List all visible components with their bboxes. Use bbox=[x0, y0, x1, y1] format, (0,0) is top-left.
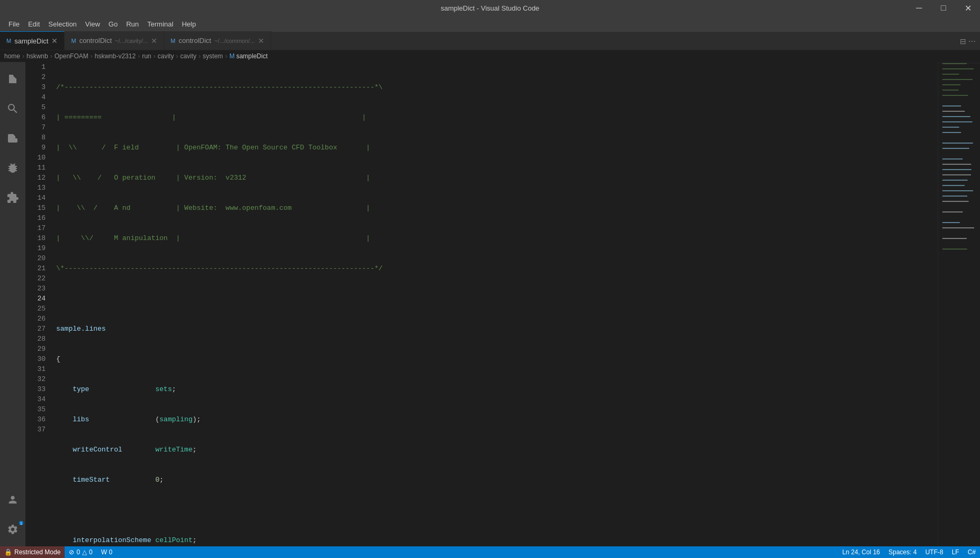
maximize-button[interactable]: □ bbox=[931, 0, 956, 16]
line-7: \*--------------------------------------… bbox=[56, 263, 938, 273]
breadcrumb-file-icon: M bbox=[229, 52, 235, 60]
menu-run[interactable]: Run bbox=[122, 18, 143, 30]
close-button[interactable]: ✕ bbox=[956, 0, 980, 16]
line-1: /*--------------------------------------… bbox=[56, 82, 938, 92]
language-label: C# bbox=[968, 548, 976, 556]
menu-file[interactable]: File bbox=[4, 18, 24, 30]
word-wrap-label: W 0 bbox=[101, 548, 112, 556]
line-6: | \\/ M anipulation | | bbox=[56, 233, 938, 243]
main-container: 1 12345 678910 1112131415 1617181920 212… bbox=[0, 62, 980, 546]
account-icon[interactable] bbox=[0, 487, 25, 512]
tab-subtitle-controlDict2: ~/.../common/... bbox=[215, 38, 255, 44]
minimap bbox=[938, 62, 980, 546]
tab-icon-controlDict2: M bbox=[171, 38, 175, 44]
breadcrumb-home[interactable]: home bbox=[4, 52, 20, 60]
line-11: type sets; bbox=[56, 384, 938, 394]
app-title: sampleDict - Visual Studio Code bbox=[441, 4, 539, 12]
line-13: writeControl writeTime; bbox=[56, 445, 938, 455]
line-9: sample.lines bbox=[56, 324, 938, 334]
tab-label-sampleDict: sampleDict bbox=[14, 37, 48, 45]
error-icon: ⊘ bbox=[69, 548, 74, 556]
encoding-item[interactable]: UTF-8 bbox=[921, 546, 948, 558]
status-bar-right: Ln 24, Col 16 Spaces: 4 UTF-8 LF C# bbox=[838, 546, 980, 558]
tab-actions: ⊟ ⋯ bbox=[956, 32, 980, 50]
window-controls: ─ □ ✕ bbox=[907, 0, 980, 16]
line-3: | \\ / F ield | OpenFOAM: The Open Sourc… bbox=[56, 143, 938, 153]
tab-bar: M sampleDict ✕ M controlDict ~/.../cavit… bbox=[0, 32, 980, 50]
warning-count: 0 bbox=[89, 548, 93, 556]
line-15 bbox=[56, 505, 938, 515]
status-bar-left: 🔒 Restricted Mode ⊘ 0 △ 0 W 0 bbox=[0, 546, 117, 558]
cursor-position-item[interactable]: Ln 24, Col 16 bbox=[838, 546, 884, 558]
line-ending-item[interactable]: LF bbox=[948, 546, 964, 558]
search-icon[interactable] bbox=[0, 96, 25, 121]
line-numbers: 12345 678910 1112131415 1617181920 21222… bbox=[25, 62, 52, 546]
menu-edit[interactable]: Edit bbox=[24, 18, 44, 30]
menu-view[interactable]: View bbox=[81, 18, 104, 30]
breadcrumb-cavity1[interactable]: cavity bbox=[157, 52, 174, 60]
restricted-mode-icon: 🔒 bbox=[4, 548, 12, 556]
settings-icon[interactable]: 1 bbox=[0, 517, 25, 542]
line-12: libs (sampling); bbox=[56, 414, 938, 424]
line-14: timeStart 0; bbox=[56, 475, 938, 485]
line-16: interpolationScheme cellPoint; bbox=[56, 535, 938, 545]
extensions-icon[interactable] bbox=[0, 185, 25, 210]
menu-go[interactable]: Go bbox=[104, 18, 122, 30]
errors-item[interactable]: ⊘ 0 △ 0 bbox=[65, 546, 96, 558]
breadcrumb-cavity2[interactable]: cavity bbox=[180, 52, 197, 60]
tab-close-controlDict2[interactable]: ✕ bbox=[258, 37, 264, 45]
tab-close-sampleDict[interactable]: ✕ bbox=[51, 37, 58, 45]
title-bar: sampleDict - Visual Studio Code ─ □ ✕ bbox=[0, 0, 980, 16]
line-2: | ========= | | bbox=[56, 112, 938, 122]
activity-bar: 1 bbox=[0, 62, 25, 546]
tab-subtitle-controlDict1: ~/.../cavity/... bbox=[115, 38, 148, 44]
files-icon[interactable] bbox=[0, 66, 25, 92]
tab-controlDict1[interactable]: M controlDict ~/.../cavity/... ✕ bbox=[65, 31, 164, 50]
settings-badge: 1 bbox=[19, 521, 23, 525]
menu-selection[interactable]: Selection bbox=[44, 18, 81, 30]
error-count: 0 bbox=[76, 548, 80, 556]
spaces-label: Spaces: 4 bbox=[888, 548, 916, 556]
more-actions-button[interactable]: ⋯ bbox=[968, 37, 976, 46]
tab-label-controlDict2: controlDict bbox=[179, 37, 211, 45]
breadcrumb-hskwnb-v2312[interactable]: hskwnb-v2312 bbox=[95, 52, 136, 60]
line-ending-label: LF bbox=[952, 548, 959, 556]
restricted-mode-item[interactable]: 🔒 Restricted Mode bbox=[0, 546, 65, 558]
menu-terminal[interactable]: Terminal bbox=[143, 18, 177, 30]
breadcrumb-hskwnb[interactable]: hskwnb bbox=[26, 52, 48, 60]
breadcrumb-openfoam[interactable]: OpenFOAM bbox=[55, 52, 88, 60]
encoding-label: UTF-8 bbox=[925, 548, 943, 556]
tab-controlDict2[interactable]: M controlDict ~/.../common/... ✕ bbox=[164, 31, 271, 50]
status-bar: 🔒 Restricted Mode ⊘ 0 △ 0 W 0 Ln 24, Col… bbox=[0, 546, 980, 558]
debug-icon[interactable] bbox=[0, 155, 25, 181]
restricted-mode-label: Restricted Mode bbox=[14, 548, 60, 556]
breadcrumb-system[interactable]: system bbox=[203, 52, 223, 60]
menu-help[interactable]: Help bbox=[177, 18, 200, 30]
code-content: /*--------------------------------------… bbox=[52, 62, 938, 546]
tab-icon-sampleDict: M bbox=[6, 38, 11, 44]
breadcrumb-run[interactable]: run bbox=[142, 52, 151, 60]
line-5: | \\ / A nd | Website: www.openfoam.com … bbox=[56, 203, 938, 213]
cursor-position-label: Ln 24, Col 16 bbox=[842, 548, 880, 556]
line-4: | \\ / O peration | Version: v2312 | bbox=[56, 173, 938, 183]
tab-close-controlDict1[interactable]: ✕ bbox=[151, 37, 157, 45]
menu-bar: File Edit Selection View Go Run Terminal… bbox=[0, 16, 980, 32]
line-8 bbox=[56, 294, 938, 304]
code-editor[interactable]: 12345 678910 1112131415 1617181920 21222… bbox=[25, 62, 980, 546]
word-wrap-item[interactable]: W 0 bbox=[97, 546, 117, 558]
spaces-item[interactable]: Spaces: 4 bbox=[884, 546, 921, 558]
warning-icon: △ bbox=[82, 548, 87, 556]
tab-sampleDict[interactable]: M sampleDict ✕ bbox=[0, 31, 65, 50]
editor-area: 12345 678910 1112131415 1617181920 21222… bbox=[25, 62, 980, 546]
line-10: { bbox=[56, 354, 938, 364]
split-editor-button[interactable]: ⊟ bbox=[960, 37, 966, 46]
language-item[interactable]: C# bbox=[964, 546, 980, 558]
tab-label-controlDict1: controlDict bbox=[79, 37, 112, 45]
breadcrumb: home › hskwnb › OpenFOAM › hskwnb-v2312 … bbox=[0, 50, 980, 62]
breadcrumb-sampleDict[interactable]: MsampleDict bbox=[229, 52, 268, 60]
source-control-icon[interactable] bbox=[0, 126, 25, 151]
minimize-button[interactable]: ─ bbox=[907, 0, 931, 16]
tab-icon-controlDict1: M bbox=[71, 38, 76, 44]
